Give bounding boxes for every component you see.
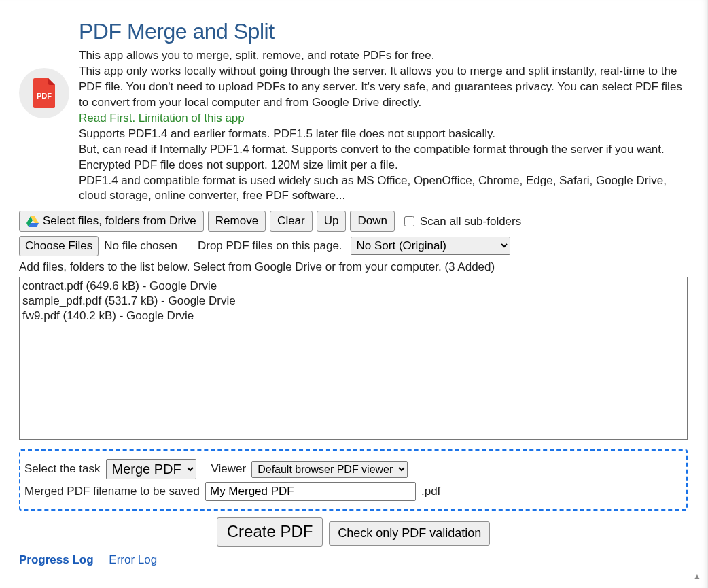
- file-list-box[interactable]: contract.pdf (649.6 kB) - Google Drviesa…: [19, 277, 688, 440]
- pdf-app-icon: PDF: [19, 68, 69, 118]
- viewer-select[interactable]: Default browser PDF viewer: [251, 461, 408, 478]
- sort-select[interactable]: No Sort (Original): [351, 237, 510, 255]
- drop-files-text: Drop PDF files on this page.: [198, 239, 342, 253]
- viewer-label: Viewer: [211, 462, 247, 476]
- task-select[interactable]: Merge PDF: [106, 459, 196, 479]
- limitation-heading: Read First. Limitation of this app: [79, 111, 245, 124]
- error-log-tab[interactable]: Error Log: [109, 553, 157, 566]
- down-button[interactable]: Down: [350, 211, 394, 231]
- up-button[interactable]: Up: [317, 211, 347, 231]
- file-list-item[interactable]: fw9.pdf (140.2 kB) - Google Drvie: [22, 309, 684, 324]
- file-list-item[interactable]: contract.pdf (649.6 kB) - Google Drvie: [22, 279, 684, 294]
- task-label: Select the task: [24, 462, 101, 476]
- create-pdf-button[interactable]: Create PDF: [217, 517, 323, 547]
- scroll-up-indicator: ▲: [693, 572, 701, 581]
- scan-subfolders-checkbox[interactable]: [404, 216, 414, 226]
- app-description: This app allows you to merge, split, rem…: [79, 48, 688, 204]
- clear-button[interactable]: Clear: [270, 211, 313, 231]
- select-from-drive-button[interactable]: Select files, folders from Drive: [19, 211, 204, 231]
- list-instruction: Add files, folders to the list below. Se…: [19, 260, 688, 274]
- filename-label: Merged PDF filename to be saved: [24, 485, 200, 498]
- svg-text:PDF: PDF: [37, 92, 52, 100]
- file-list-item[interactable]: sample_pdf.pdf (531.7 kB) - Google Drvie: [22, 294, 684, 309]
- scan-subfolders-label[interactable]: Scan all sub-folders: [402, 214, 521, 228]
- remove-button[interactable]: Remove: [208, 211, 266, 231]
- no-file-chosen-text: No file chosen: [104, 239, 177, 253]
- choose-files-button[interactable]: Choose Files: [19, 236, 99, 256]
- progress-log-tab[interactable]: Progress Log: [19, 553, 94, 566]
- page-title: PDF Merge and Split: [79, 19, 688, 44]
- filename-suffix: .pdf: [421, 485, 440, 498]
- google-drive-icon: [26, 216, 39, 227]
- check-validation-button[interactable]: Check only PDF validation: [329, 521, 490, 546]
- filename-input[interactable]: [205, 482, 416, 501]
- options-panel: Select the task Merge PDF Viewer Default…: [19, 449, 688, 511]
